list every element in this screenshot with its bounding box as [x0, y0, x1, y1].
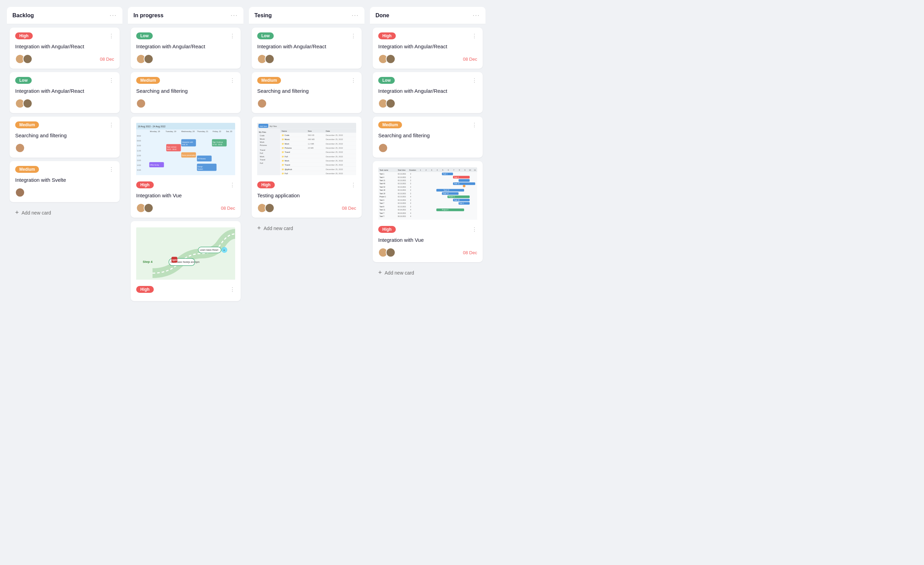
- add-card-button[interactable]: + Add new card: [252, 221, 362, 235]
- svg-text:02.13.2021: 02.13.2021: [398, 203, 406, 204]
- svg-text:Task 13: Task 13: [443, 189, 449, 191]
- card-b3: Medium ⋮ Searching and filtering: [10, 117, 120, 158]
- card-menu[interactable]: ⋮: [230, 182, 235, 188]
- svg-text:02.13.2021: 02.13.2021: [398, 196, 406, 198]
- card-avatars: [136, 99, 144, 108]
- badge-high: High: [257, 182, 275, 188]
- svg-text:📁 Travel: 📁 Travel: [282, 151, 290, 153]
- card-title: Integration with Angular/React: [257, 43, 356, 50]
- card-menu[interactable]: ⋮: [351, 77, 356, 84]
- column-menu-backlog[interactable]: ···: [110, 12, 117, 19]
- svg-text:2: 2: [410, 183, 411, 185]
- svg-text:560 KB: 560 KB: [308, 134, 314, 136]
- avatar: [265, 203, 274, 213]
- badge-medium: Medium: [15, 122, 39, 128]
- svg-text:09:00: 09:00: [137, 140, 141, 142]
- card-title: Integration with Angular/React: [136, 43, 235, 50]
- svg-text:December 25, 2022: December 25, 2022: [326, 168, 343, 170]
- card-menu[interactable]: ⋮: [472, 33, 477, 39]
- svg-text:02.13.2021: 02.13.2021: [398, 177, 406, 178]
- card-title: Integration with Svelte: [15, 176, 114, 183]
- svg-text:Pictures: Pictures: [260, 144, 267, 146]
- svg-text:08:00: 08:00: [137, 135, 141, 137]
- badge-high: High: [378, 32, 396, 39]
- card-ip4: Step 4 Step 5 Learn basic Nodejs and npm…: [130, 221, 241, 301]
- card-menu[interactable]: ⋮: [351, 182, 356, 188]
- card-menu[interactable]: ⋮: [109, 77, 114, 84]
- svg-text:18 Aug 2022 - 24 Aug 2022: 18 Aug 2022 - 24 Aug 2022: [138, 125, 166, 128]
- card-title: Searching and filtering: [257, 87, 356, 95]
- svg-text:Office facing: Office facing: [150, 164, 159, 166]
- card-avatars: [136, 203, 152, 213]
- svg-text:02.16.2021: 02.16.2021: [398, 209, 406, 211]
- column-inprogress: In progress ··· Low ⋮ Integration with A…: [128, 7, 243, 305]
- card-menu[interactable]: ⋮: [230, 33, 235, 39]
- avatar: [15, 188, 25, 197]
- card-menu[interactable]: ⋮: [230, 77, 235, 84]
- card-avatars: [378, 248, 393, 257]
- card-menu[interactable]: ⋮: [109, 122, 114, 128]
- svg-text:Task name: Task name: [380, 169, 388, 171]
- svg-text:02.13.2021: 02.13.2021: [398, 183, 406, 185]
- svg-text:4: 4: [410, 209, 411, 211]
- avatar: [265, 54, 274, 64]
- svg-text:1: 1: [420, 169, 421, 171]
- svg-text:Work: Work: [260, 156, 264, 158]
- card-t1: Low ⋮ Integration with Angular/React: [252, 28, 362, 69]
- svg-text:6: 6: [448, 169, 449, 171]
- card-image-road: Step 4 Step 5 Learn basic Nodejs and npm…: [136, 226, 235, 282]
- card-menu[interactable]: ⋮: [472, 226, 477, 233]
- add-card-button[interactable]: + Add new card: [373, 266, 483, 280]
- svg-text:02.13.2021: 02.13.2021: [398, 180, 406, 182]
- svg-text:Task 42: Task 42: [380, 186, 386, 188]
- card-menu[interactable]: ⋮: [472, 122, 477, 128]
- card-avatars: [378, 54, 393, 64]
- svg-text:2: 2: [426, 169, 426, 171]
- svg-text:Sign contract: Sign contract: [167, 146, 177, 148]
- column-menu-done[interactable]: ···: [473, 12, 480, 19]
- svg-text:2: 2: [410, 177, 411, 178]
- card-menu[interactable]: ⋮: [230, 286, 235, 293]
- card-menu[interactable]: ⋮: [109, 33, 114, 39]
- svg-text:My Files: My Files: [259, 131, 266, 133]
- svg-text:📁 Music: 📁 Music: [282, 138, 290, 141]
- svg-text:Task 16: Task 16: [454, 199, 460, 201]
- svg-text:2: 2: [410, 206, 411, 207]
- avatar: [386, 99, 396, 108]
- card-avatars: [257, 99, 265, 108]
- badge-medium: Medium: [378, 122, 402, 128]
- svg-text:5: 5: [442, 169, 443, 171]
- add-card-button[interactable]: + Add new card: [10, 206, 120, 220]
- svg-text:4: 4: [437, 169, 438, 171]
- badge-high: High: [136, 286, 154, 293]
- svg-text:7: 7: [453, 169, 454, 171]
- column-menu-inprogress[interactable]: ···: [231, 12, 238, 19]
- card-title: Testing application: [257, 192, 356, 199]
- card-menu[interactable]: ⋮: [351, 33, 356, 39]
- svg-text:Task 19: Task 19: [380, 193, 386, 195]
- card-avatars: [378, 143, 386, 153]
- svg-text:Travel: Travel: [260, 159, 266, 161]
- svg-text:Sat, 23: Sat, 23: [226, 131, 232, 132]
- svg-text:13:00: 13:00: [137, 160, 141, 161]
- svg-text:📁 Pictures: 📁 Pictures: [282, 147, 292, 149]
- card-menu[interactable]: ⋮: [472, 77, 477, 84]
- svg-text:Task 11: Task 11: [454, 183, 460, 185]
- card-b1: High ⋮ Integration with Angular/React 08…: [10, 28, 120, 69]
- svg-text:📁 Travel: 📁 Travel: [282, 164, 290, 166]
- svg-text:December 25, 2022: December 25, 2022: [326, 143, 343, 145]
- card-menu[interactable]: ⋮: [109, 166, 114, 173]
- plus-icon: +: [378, 269, 382, 276]
- svg-text:2: 2: [410, 193, 411, 195]
- add-card-label: Add new card: [22, 210, 51, 216]
- add-card-label: Add new card: [385, 270, 414, 276]
- svg-text:Task 11: Task 11: [380, 209, 386, 211]
- column-menu-testing[interactable]: ···: [352, 12, 359, 19]
- avatar: [136, 99, 146, 108]
- svg-text:02.13.2021: 02.13.2021: [398, 199, 406, 201]
- card-avatars: [257, 203, 272, 213]
- card-title: Integration with Vue: [136, 192, 235, 199]
- svg-text:Project 1: Project 1: [380, 196, 386, 198]
- plus-icon: +: [15, 209, 19, 216]
- svg-text:07:00 - 09:00: 07:00 - 09:00: [213, 144, 222, 146]
